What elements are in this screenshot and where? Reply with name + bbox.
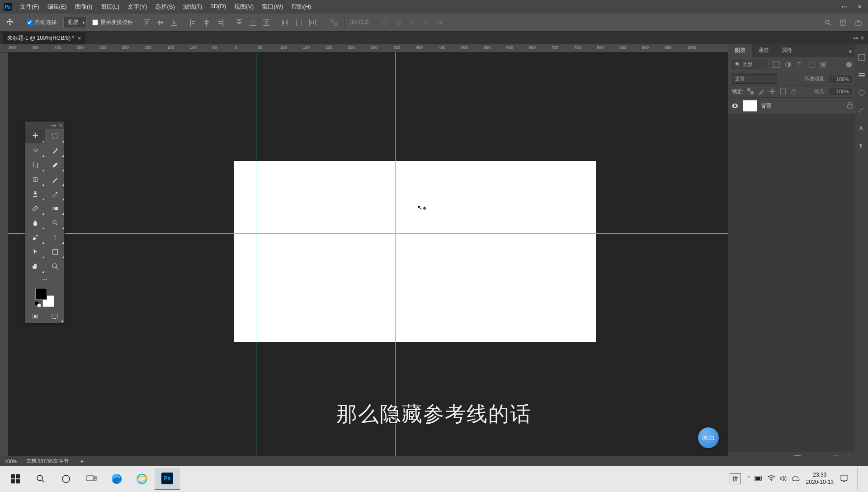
clock[interactable]: 23:33 2020-10-13 — [806, 472, 834, 486]
tab-properties[interactable]: 属性 — [775, 44, 799, 57]
menu-3d[interactable]: 3D(D) — [207, 1, 230, 13]
ie-browser-icon[interactable] — [129, 468, 155, 490]
collapse-icon[interactable]: ◂◂ — [52, 123, 56, 128]
opacity-value[interactable]: 100% — [829, 76, 852, 83]
menu-view[interactable]: 视图(V) — [231, 1, 257, 13]
hand-tool[interactable] — [25, 259, 45, 274]
lock-all-icon[interactable] — [790, 88, 797, 95]
onedrive-icon[interactable] — [792, 476, 800, 483]
align-hcenter-icon[interactable] — [202, 18, 212, 28]
collapsed-panel-icon[interactable] — [858, 53, 866, 63]
blur-tool[interactable] — [25, 216, 45, 230]
close-button[interactable]: ✕ — [855, 2, 864, 11]
menu-image[interactable]: 图像(I) — [71, 1, 96, 13]
horizontal-ruler[interactable]: 5004504003503002502001501005005010015020… — [0, 44, 728, 52]
wifi-icon[interactable] — [767, 475, 775, 483]
chevron-right-icon[interactable]: ▸ — [81, 459, 84, 464]
menu-help[interactable]: 帮助(H) — [288, 1, 315, 13]
notifications-icon[interactable] — [840, 474, 848, 484]
close-icon[interactable]: ✕ — [59, 123, 62, 128]
menu-file[interactable]: 文件(F) — [16, 1, 43, 13]
show-transform-checkbox[interactable]: 显示变换控件 — [92, 19, 133, 26]
menu-type[interactable]: 文字(Y) — [124, 1, 151, 13]
menu-select[interactable]: 选择(S) — [151, 1, 178, 13]
gradient-tool[interactable] — [45, 201, 65, 216]
document-tab[interactable]: 未标题-1 @ 100%(RGB/8) * × — [3, 32, 85, 44]
workspace-icon[interactable] — [838, 18, 848, 28]
fill-value[interactable]: 100% — [829, 88, 852, 95]
collapsed-panel-icon[interactable]: ¶ — [858, 142, 866, 151]
zoom-tool[interactable] — [45, 259, 65, 274]
crop-tool[interactable] — [25, 158, 45, 172]
collapse-icon[interactable]: ◂◂ — [853, 35, 858, 41]
align-top-icon[interactable] — [142, 18, 152, 28]
align-vcenter-icon[interactable] — [156, 18, 165, 28]
auto-select-input[interactable] — [27, 19, 33, 25]
distribute-top-icon[interactable] — [234, 18, 244, 28]
close-panel-icon[interactable]: ✕ — [860, 35, 864, 41]
path-select-tool[interactable] — [25, 245, 45, 259]
search-button[interactable] — [28, 468, 53, 490]
filter-shape-icon[interactable] — [808, 61, 815, 68]
guide-vertical[interactable] — [256, 52, 256, 465]
brush-tool[interactable] — [45, 172, 65, 187]
type-tool[interactable]: T — [45, 230, 65, 245]
battery-icon[interactable] — [755, 476, 763, 483]
eyedropper-tool[interactable] — [45, 158, 65, 172]
volume-icon[interactable] — [780, 475, 787, 483]
shape-tool[interactable] — [45, 245, 65, 259]
lock-position-icon[interactable] — [769, 88, 776, 95]
collapsed-panel-icon[interactable] — [858, 89, 866, 98]
eraser-tool[interactable] — [25, 201, 45, 216]
tools-panel-header[interactable]: ◂◂ ✕ — [25, 122, 64, 129]
distribute-right-icon[interactable] — [307, 18, 317, 28]
move-tool[interactable] — [25, 129, 45, 143]
pen-tool[interactable] — [25, 230, 45, 245]
auto-align-icon[interactable] — [329, 18, 339, 28]
magic-wand-tool[interactable] — [45, 143, 65, 158]
tab-layers[interactable]: 图层 — [728, 44, 752, 57]
layer-thumbnail[interactable] — [743, 100, 757, 112]
filter-adjust-icon[interactable] — [784, 61, 792, 68]
show-desktop-button[interactable] — [857, 468, 862, 490]
canvas[interactable] — [234, 161, 596, 342]
panel-menu-icon[interactable]: ≡ — [845, 45, 855, 57]
marquee-tool[interactable] — [45, 129, 65, 143]
auto-select-target-dropdown[interactable]: 图层 ▾ — [63, 17, 87, 28]
align-bottom-icon[interactable] — [169, 18, 179, 28]
foreground-color-swatch[interactable] — [35, 288, 47, 300]
collapsed-panel-icon[interactable]: A — [858, 124, 866, 133]
menu-window[interactable]: 窗口(W) — [258, 1, 287, 13]
menu-edit[interactable]: 编辑(E) — [44, 1, 71, 13]
edit-toolbar-button[interactable]: ⋯ — [25, 274, 64, 285]
distribute-left-icon[interactable] — [280, 18, 290, 28]
task-view-button[interactable] — [79, 468, 104, 490]
distribute-hcenter-icon[interactable] — [294, 18, 304, 28]
filter-type-dropdown[interactable]: 🔍 类型 — [732, 60, 767, 69]
close-icon[interactable]: × — [78, 35, 81, 42]
vertical-ruler[interactable] — [0, 52, 8, 465]
lock-artboard-icon[interactable] — [779, 88, 787, 95]
filter-text-icon[interactable]: T — [796, 61, 803, 68]
filter-pixel-icon[interactable] — [773, 61, 780, 68]
layer-name[interactable]: 背景 — [761, 102, 844, 110]
align-left-icon[interactable] — [188, 18, 198, 28]
minimize-button[interactable]: ─ — [824, 2, 833, 11]
default-colors-icon[interactable] — [35, 302, 41, 307]
document-info[interactable]: 文档:937.5K/0 字节 — [26, 458, 69, 464]
guide-horizontal[interactable] — [8, 233, 728, 234]
distribute-vcenter-icon[interactable] — [248, 18, 258, 28]
cortana-button[interactable] — [53, 468, 79, 490]
tab-channels[interactable]: 通道 — [752, 44, 775, 57]
healing-tool[interactable] — [25, 172, 45, 187]
lock-brush-icon[interactable] — [758, 88, 765, 95]
ime-indicator[interactable]: 拼 — [730, 473, 741, 484]
screen-mode-icon[interactable] — [45, 310, 64, 323]
collapsed-panel-icon[interactable] — [858, 71, 866, 80]
search-icon[interactable] — [823, 18, 833, 28]
lock-transparent-icon[interactable] — [747, 88, 754, 95]
dodge-tool[interactable] — [45, 216, 65, 230]
photoshop-taskbar-icon[interactable]: Ps — [155, 468, 180, 490]
filter-toggle-icon[interactable] — [846, 62, 852, 67]
filter-smart-icon[interactable] — [820, 61, 827, 68]
